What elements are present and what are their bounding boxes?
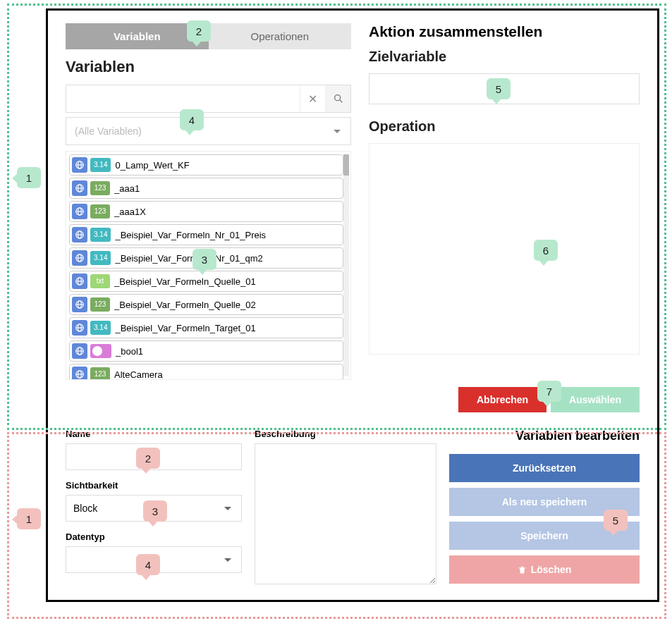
- visibility-value: Block: [73, 503, 97, 514]
- action-row: Abbrechen Auswählen: [48, 387, 657, 423]
- variable-item[interactable]: 3.140_Lamp_Wert_KF: [69, 154, 343, 176]
- type-badge-int: 123: [90, 204, 110, 219]
- trash-icon: [518, 565, 527, 574]
- type-badge-float: 3.14: [90, 251, 111, 265]
- callout-red-5: 5: [604, 510, 628, 531]
- variable-item[interactable]: 123_aaa1: [69, 178, 343, 199]
- callout-red-2: 2: [136, 448, 160, 469]
- callout-green-6: 6: [534, 240, 558, 261]
- search-row: ✕: [66, 85, 351, 113]
- callout-red-4: 4: [136, 554, 160, 575]
- type-badge-int: 123: [90, 297, 110, 312]
- search-button[interactable]: [325, 85, 350, 112]
- type-badge-float: 3.14: [90, 158, 111, 172]
- clear-search-button[interactable]: ✕: [300, 85, 325, 112]
- svg-point-0: [334, 95, 340, 101]
- callout-green-1: 1: [17, 167, 41, 188]
- variable-name: _Beispiel_Var_Formeln_Quelle_01: [114, 276, 339, 287]
- globe-icon: [72, 180, 87, 196]
- callout-red-1: 1: [17, 508, 41, 529]
- label-name: Name: [66, 429, 242, 439]
- search-input[interactable]: [66, 85, 300, 112]
- section-title-variables: Variablen: [66, 58, 351, 76]
- filter-variables-select[interactable]: (Alle Variablen): [66, 117, 351, 145]
- tab-operations[interactable]: Operationen: [209, 23, 352, 49]
- globe-icon: [72, 157, 87, 173]
- scrollbar-track: [343, 154, 349, 376]
- variable-name: _bool1: [116, 346, 339, 357]
- delete-button-label: Löschen: [531, 564, 572, 575]
- description-textarea[interactable]: [255, 443, 436, 584]
- globe-icon: [72, 274, 87, 289]
- section-title-target: Zielvariable: [369, 49, 640, 65]
- variable-name: _aaa1X: [114, 207, 339, 217]
- variable-name: _Beispiel_Var_Formeln_Target_01: [115, 323, 339, 333]
- label-visibility: Sichtbarkeit: [66, 480, 242, 491]
- variable-item[interactable]: 123_aaa1X: [69, 201, 343, 222]
- app-window: Variablen Operationen Variablen ✕ (Alle …: [46, 8, 659, 602]
- globe-icon: [72, 367, 87, 380]
- operation-dropzone[interactable]: [369, 143, 640, 355]
- globe-icon: [72, 343, 87, 359]
- type-badge-float: 3.14: [90, 228, 111, 242]
- callout-green-3: 3: [193, 249, 216, 270]
- variable-item[interactable]: _bool1: [69, 340, 343, 362]
- variable-name: _Beispiel_Var_Formeln_Quelle_02: [114, 300, 339, 310]
- panel-title-edit: Variablen bearbeiten: [449, 429, 640, 443]
- variable-name: _aaa1: [114, 183, 339, 194]
- variable-item[interactable]: 3.14_Beispiel_Var_Formeln_Target_01: [69, 317, 343, 338]
- globe-icon: [72, 227, 87, 242]
- type-badge-txt: txt: [90, 274, 110, 288]
- type-badge-float: 3.14: [90, 321, 111, 335]
- label-description: Beschreibung: [255, 429, 436, 439]
- type-badge-int: 123: [90, 367, 110, 380]
- variable-name: 0_Lamp_Wert_KF: [115, 160, 339, 171]
- globe-icon: [72, 204, 87, 219]
- scrollbar-thumb[interactable]: [343, 154, 349, 176]
- svg-line-1: [340, 100, 342, 102]
- variable-item[interactable]: 123_Beispiel_Var_Formeln_Quelle_02: [69, 294, 343, 315]
- panel-compose-action: Variablen Operationen Variablen ✕ (Alle …: [48, 11, 657, 387]
- search-icon: [333, 93, 344, 104]
- callout-green-7: 7: [537, 381, 561, 402]
- type-badge-int: 123: [90, 181, 110, 195]
- reset-button[interactable]: Zurücksetzen: [449, 454, 640, 482]
- variable-name: AlteCamera: [114, 369, 339, 380]
- close-icon: ✕: [308, 92, 317, 106]
- callout-green-4: 4: [180, 109, 204, 130]
- variable-item[interactable]: 3.14_Beispiel_Var_Formeln_Nr_01_Preis: [69, 224, 343, 245]
- type-badge-bool: [90, 344, 111, 358]
- section-title-operation: Operation: [369, 118, 640, 135]
- section-title-compose: Aktion zusammenstellen: [369, 23, 640, 40]
- globe-icon: [72, 297, 87, 312]
- callout-green-2: 2: [187, 20, 211, 42]
- select-button[interactable]: Auswählen: [551, 387, 640, 412]
- globe-icon: [72, 320, 87, 336]
- callout-green-5: 5: [487, 78, 511, 99]
- cancel-button[interactable]: Abbrechen: [458, 387, 546, 412]
- variable-name: _Beispiel_Var_Formeln_Nr_01_Preis: [115, 230, 339, 240]
- label-datatype: Datentyp: [66, 531, 242, 542]
- globe-icon: [72, 250, 87, 266]
- callout-red-3: 3: [143, 500, 167, 522]
- filter-placeholder: (Alle Variablen): [75, 125, 142, 137]
- delete-button[interactable]: Löschen: [449, 555, 640, 584]
- variable-item[interactable]: 123AlteCamera: [69, 364, 343, 380]
- variable-name: _Beispiel_Var_Formeln_Nr_01_qm2: [115, 253, 339, 264]
